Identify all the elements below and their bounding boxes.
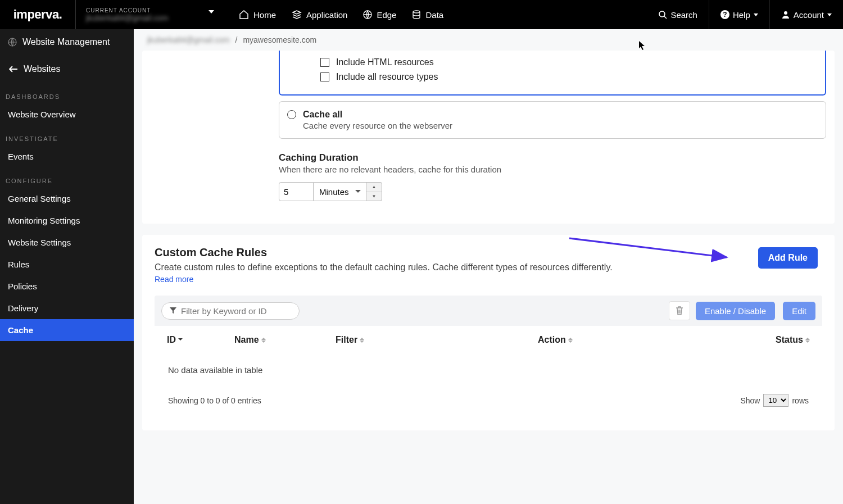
sidebar-item-label: Monitoring Settings xyxy=(8,216,80,225)
nav-edge[interactable]: Edge xyxy=(363,10,396,20)
sidebar-item-label: Delivery xyxy=(8,303,38,313)
sidebar-item-rules[interactable]: Rules xyxy=(0,253,134,275)
breadcrumb-separator: / xyxy=(235,35,238,44)
search-icon xyxy=(658,10,667,19)
col-filter[interactable]: Filter xyxy=(323,326,525,354)
nav-data-label: Data xyxy=(425,10,443,20)
sidebar-item-monitoring[interactable]: Monitoring Settings xyxy=(0,210,134,231)
nav-home[interactable]: Home xyxy=(239,10,276,20)
account-selector-label: CURRENT ACCOUNT xyxy=(86,7,212,13)
user-icon xyxy=(781,10,790,19)
nav-search[interactable]: Search xyxy=(647,0,709,29)
nav-edge-label: Edge xyxy=(377,10,396,20)
breadcrumb-site[interactable]: myawesomesite.com xyxy=(243,35,316,44)
duration-unit-select[interactable]: Minutes xyxy=(314,182,366,201)
svg-text:?: ? xyxy=(723,11,727,19)
duration-stepper[interactable]: ▲ ▼ xyxy=(366,182,382,201)
checkbox-include-html[interactable] xyxy=(320,58,329,67)
table-empty-message: No data available in table xyxy=(155,354,822,386)
breadcrumb-account[interactable]: jkuberka84@gmail.com xyxy=(147,35,230,44)
svg-marker-0 xyxy=(209,10,214,13)
col-status[interactable]: Status xyxy=(672,326,822,354)
nav-help-label: Help xyxy=(733,10,750,20)
add-rule-button[interactable]: Add Rule xyxy=(758,247,818,269)
col-id[interactable]: ID xyxy=(155,326,222,354)
breadcrumb: jkuberka84@gmail.com / myawesomesite.com xyxy=(134,29,843,51)
sidebar-item-label: Policies xyxy=(8,281,37,291)
col-filter-label: Filter xyxy=(336,335,357,344)
sidebar-section-dashboards: DASHBOARDS xyxy=(0,83,134,103)
cache-all-desc: Cache every resource on the webserver xyxy=(303,121,818,130)
caching-duration-heading: Caching Duration xyxy=(279,152,835,164)
filter-input[interactable] xyxy=(181,306,291,316)
cache-settings-panel: Include HTML resources Include all resou… xyxy=(142,51,835,224)
sidebar-item-overview[interactable]: Website Overview xyxy=(0,103,134,125)
sidebar-item-events[interactable]: Events xyxy=(0,146,134,167)
col-action-label: Action xyxy=(538,335,566,344)
nav-help[interactable]: ? Help xyxy=(709,0,769,29)
stepper-up-icon[interactable]: ▲ xyxy=(366,183,382,192)
trash-icon xyxy=(676,306,683,315)
nav-account[interactable]: Account xyxy=(769,0,843,29)
radio-icon[interactable] xyxy=(287,110,296,119)
rows-select[interactable]: 10 xyxy=(763,394,788,407)
show-label: Show xyxy=(740,396,760,405)
nav-application-label: Application xyxy=(306,10,347,20)
question-icon: ? xyxy=(720,10,729,19)
svg-point-8 xyxy=(784,11,787,15)
stepper-down-icon[interactable]: ▼ xyxy=(366,192,382,201)
duration-value-input[interactable] xyxy=(279,182,314,201)
sort-icon xyxy=(261,335,266,345)
sidebar-item-website[interactable]: Website Settings xyxy=(0,231,134,253)
sidebar-title-label: Website Management xyxy=(22,37,110,47)
rows-label: rows xyxy=(792,396,809,405)
col-name[interactable]: Name xyxy=(222,326,323,354)
filter-input-wrap[interactable] xyxy=(161,302,300,320)
col-action[interactable]: Action xyxy=(525,326,672,354)
caret-down-icon xyxy=(827,13,832,16)
svg-marker-7 xyxy=(754,13,758,16)
sort-icon xyxy=(805,335,810,345)
rules-table: ID Name Filter Action Status No data ava… xyxy=(155,326,822,386)
sort-icon xyxy=(360,335,364,345)
sidebar-item-cache[interactable]: Cache xyxy=(0,319,134,341)
sidebar-back-label: Websites xyxy=(24,64,61,74)
arrow-left-icon xyxy=(9,66,18,72)
nav-search-label: Search xyxy=(670,10,697,20)
nav-data[interactable]: Data xyxy=(412,10,443,20)
custom-cache-rules-panel: Custom Cache Rules Create custom rules t… xyxy=(142,235,835,430)
svg-marker-9 xyxy=(827,13,832,16)
sidebar-item-label: Website Settings xyxy=(8,238,71,247)
checkbox-include-all[interactable] xyxy=(320,72,329,81)
globe-icon xyxy=(8,38,17,47)
sidebar-item-label: Website Overview xyxy=(8,110,76,119)
svg-point-3 xyxy=(659,11,665,17)
caret-down-icon xyxy=(209,10,214,13)
account-selector-value: jkuberka84@gmail.com xyxy=(86,13,212,22)
custom-rules-heading: Custom Cache Rules xyxy=(155,246,822,259)
sidebar-item-label: Events xyxy=(8,152,34,161)
sidebar-item-policies[interactable]: Policies xyxy=(0,275,134,297)
nav-account-label: Account xyxy=(794,10,824,20)
account-selector[interactable]: CURRENT ACCOUNT jkuberka84@gmail.com xyxy=(76,0,222,29)
edit-button[interactable]: Edit xyxy=(783,302,815,320)
checkbox-include-html-label: Include HTML resources xyxy=(336,57,434,67)
sidebar-back-websites[interactable]: Websites xyxy=(0,55,134,83)
rules-toolbar: Enable / Disable Edit xyxy=(155,296,822,326)
col-id-label: ID xyxy=(167,335,176,344)
cache-option-cache-all[interactable]: Cache all Cache every resource on the we… xyxy=(279,101,826,139)
svg-point-2 xyxy=(413,11,420,13)
delete-rule-button[interactable] xyxy=(669,301,690,320)
topbar: imperva. CURRENT ACCOUNT jkuberka84@gmai… xyxy=(0,0,843,29)
home-icon xyxy=(239,10,249,19)
globe-icon xyxy=(363,10,372,19)
enable-disable-button[interactable]: Enable / Disable xyxy=(696,302,775,320)
nav-application[interactable]: Application xyxy=(292,10,347,20)
sidebar-item-general[interactable]: General Settings xyxy=(0,188,134,210)
sidebar-item-delivery[interactable]: Delivery xyxy=(0,297,134,319)
read-more-link[interactable]: Read more xyxy=(155,275,193,284)
brand-logo: imperva. xyxy=(0,0,76,29)
sidebar: Website Management Websites DASHBOARDS W… xyxy=(0,29,134,504)
application-icon xyxy=(292,10,302,19)
sidebar-section-investigate: INVESTIGATE xyxy=(0,125,134,146)
